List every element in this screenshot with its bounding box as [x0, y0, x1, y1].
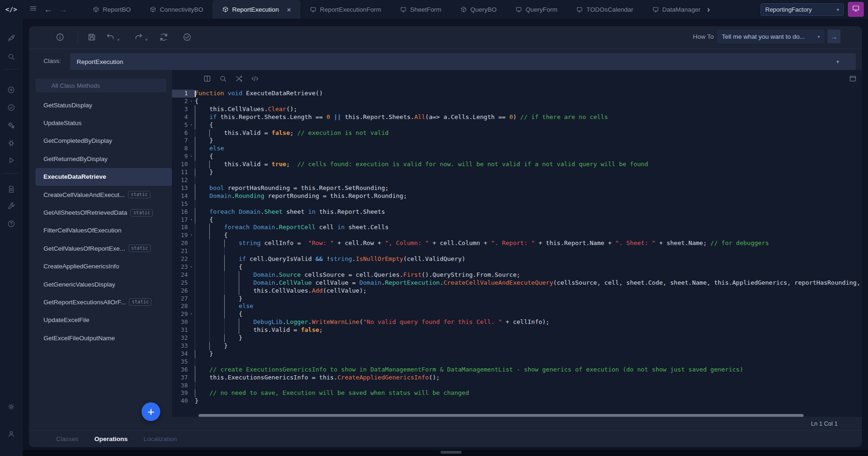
split-view-icon[interactable] — [203, 74, 212, 83]
project-select[interactable]: ReportingFactory ▾ — [761, 3, 844, 16]
code-line[interactable]: 11} — [172, 168, 862, 176]
bottom-tab-localization[interactable]: Localization — [143, 435, 177, 442]
code-icon[interactable] — [250, 74, 259, 83]
gutter[interactable]: 19▾ — [172, 232, 195, 239]
code-line[interactable]: 21 — [172, 247, 862, 255]
gutter[interactable]: 25 — [172, 279, 195, 287]
gutter[interactable]: 39 — [172, 389, 195, 397]
gutter[interactable]: 30 — [172, 318, 195, 326]
code-line[interactable]: 18foreach Domain.ReportCell cell in shee… — [172, 224, 862, 232]
method-item[interactable]: FilterCellValuesOfExecution — [36, 222, 172, 239]
fold-arrow-icon[interactable]: ▾ — [188, 232, 195, 239]
code-line[interactable]: 15 — [172, 200, 862, 208]
method-item[interactable]: GetCellValuesOfReportExe...static — [36, 239, 172, 257]
help-circle-icon[interactable] — [7, 219, 15, 228]
maximize-icon[interactable] — [848, 74, 857, 83]
gutter[interactable]: 6 — [172, 129, 195, 137]
howto-go-button[interactable]: → — [827, 29, 840, 43]
code-line[interactable]: 38 — [172, 382, 862, 390]
gutter[interactable]: 9▾ — [172, 153, 195, 161]
code-line[interactable]: 10this.Valid = true; // cells found: exe… — [172, 161, 862, 168]
gutter[interactable]: 1 — [172, 90, 195, 98]
gutter[interactable]: 27 — [172, 295, 195, 303]
fold-arrow-icon[interactable]: ▾ — [188, 153, 195, 161]
code-line[interactable]: 40} — [172, 397, 862, 405]
method-item[interactable]: GetReportExecutionsAllOrF...static — [36, 293, 172, 311]
code-line[interactable]: 30DebugLib.Logger.WriteWarnLine("No vali… — [172, 318, 862, 326]
redo-dropdown-icon[interactable]: ▾ — [145, 37, 148, 42]
gutter[interactable]: 16 — [172, 208, 195, 216]
gutter[interactable]: 24 — [172, 271, 195, 279]
code-line[interactable]: 2▾{ — [172, 98, 862, 105]
bottom-tab-operations[interactable]: Operations — [94, 435, 128, 442]
scrubber-handle[interactable] — [441, 451, 462, 454]
code-line[interactable]: 7} — [172, 137, 862, 145]
code-line[interactable]: 19▾{ — [172, 232, 862, 239]
code-line[interactable]: 32} — [172, 334, 862, 342]
gutter[interactable]: 21 — [172, 247, 195, 255]
search-icon[interactable] — [7, 52, 15, 61]
gutter[interactable]: 26 — [172, 287, 195, 295]
gutter[interactable]: 11 — [172, 168, 195, 176]
fold-arrow-icon[interactable]: ▾ — [188, 98, 195, 105]
tab-reportexecution[interactable]: ReportExecution× — [213, 0, 300, 19]
gutter[interactable]: 7 — [172, 137, 195, 145]
method-item[interactable]: GetAllSheetsOfRetrievedDatastatic — [36, 203, 172, 221]
plus-circle-icon[interactable] — [7, 85, 15, 94]
gutter[interactable]: 18 — [172, 224, 195, 232]
gutter[interactable]: 10 — [172, 161, 195, 168]
forward-button[interactable]: → — [59, 5, 67, 14]
gutter[interactable]: 35 — [172, 358, 195, 366]
fold-arrow-icon[interactable]: ▾ — [188, 121, 195, 129]
gutter[interactable]: 40 — [172, 397, 195, 405]
code-line[interactable]: 29▾{ — [172, 310, 862, 318]
tab-queryform[interactable]: QueryForm — [506, 0, 567, 19]
method-item[interactable]: GetExcelFileOutputName — [36, 329, 172, 347]
code-line[interactable]: 20string cellInfo = "Row: " + cell.Row +… — [172, 239, 862, 247]
code-line[interactable]: 8else — [172, 145, 862, 153]
tab-reportexecutionform[interactable]: ReportExecutionForm — [300, 0, 391, 19]
horizontal-scrollbar[interactable] — [199, 414, 804, 417]
code-line[interactable]: 14Domain.Rounding reportRounding = this.… — [172, 192, 862, 200]
code-line[interactable]: 25Domain.CellValue cellValue = Domain.Re… — [172, 279, 862, 287]
add-method-button[interactable]: + — [142, 402, 160, 421]
gutter[interactable]: 33 — [172, 342, 195, 350]
gutter[interactable]: 23▾ — [172, 263, 195, 271]
gutter[interactable]: 2▾ — [172, 98, 195, 105]
user-icon[interactable] — [7, 429, 15, 438]
code-line[interactable]: 31this.Valid = false; — [172, 326, 862, 334]
code-line[interactable]: 37this.ExecutionsGenericsInfo = this.Cre… — [172, 374, 862, 382]
code-line[interactable]: 17▾{ — [172, 216, 862, 224]
gutter[interactable]: 14 — [172, 192, 195, 200]
gutter[interactable]: 22 — [172, 255, 195, 263]
code-line[interactable]: 35 — [172, 358, 862, 366]
code-line[interactable]: 13bool reportHasRounding = this.Report.S… — [172, 184, 862, 192]
code-line[interactable]: 34} — [172, 350, 862, 358]
tab-sheetform[interactable]: SheetForm — [391, 0, 451, 19]
howto-select[interactable]: Tell me what you want to do... ▾ — [717, 29, 825, 43]
gutter[interactable]: 13 — [172, 184, 195, 192]
code-line[interactable]: 6this.Valid = false; // execution is not… — [172, 129, 862, 137]
back-button[interactable]: ← — [44, 5, 52, 14]
code-line[interactable]: 16foreach Domain.Sheet sheet in this.Rep… — [172, 208, 862, 216]
close-tab-icon[interactable]: × — [287, 6, 291, 14]
gutter[interactable]: 4 — [172, 113, 195, 121]
fold-arrow-icon[interactable]: ▾ — [188, 310, 195, 318]
method-item[interactable]: ExecuteDataRetrieve — [36, 168, 172, 186]
bug-icon[interactable] — [7, 139, 15, 147]
method-item[interactable]: GetReturnedByDisplay — [36, 150, 172, 168]
tab-todoscalendar[interactable]: TODOsCalendar — [567, 0, 642, 19]
class-select[interactable]: ReportExecution ▾ — [70, 53, 856, 70]
gutter[interactable]: 8 — [172, 145, 195, 153]
save-button[interactable] — [87, 32, 97, 42]
gutter[interactable]: 32 — [172, 334, 195, 342]
undo-button[interactable] — [106, 32, 115, 42]
info-button[interactable] — [55, 32, 65, 42]
method-item[interactable]: UpdateStatus — [36, 114, 172, 132]
code-line[interactable]: 3this.CellValues.Clear(); — [172, 105, 862, 113]
play-icon[interactable] — [7, 156, 15, 165]
check-circle-icon[interactable] — [7, 103, 15, 112]
method-item[interactable]: CreateCellValueAndExecut...static — [36, 186, 172, 203]
gutter[interactable]: 34 — [172, 350, 195, 358]
theme-sun-icon[interactable] — [7, 402, 15, 411]
